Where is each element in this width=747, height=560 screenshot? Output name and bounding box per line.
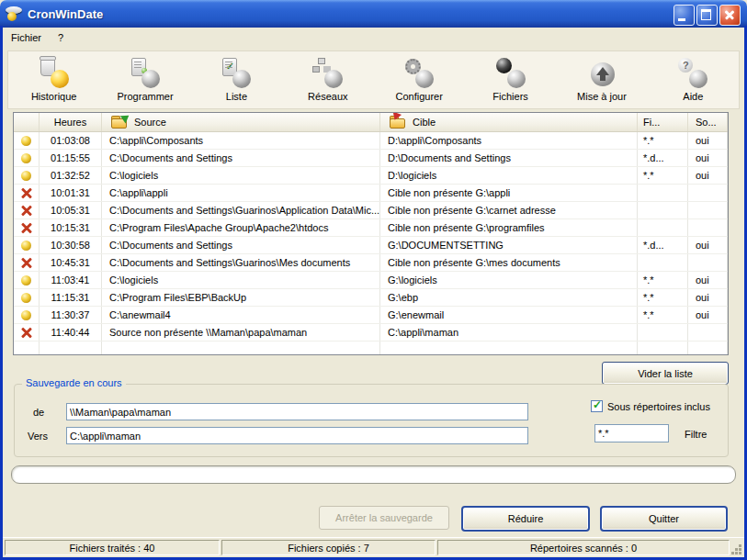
- minimize-icon: [678, 18, 685, 21]
- stop-backup-button[interactable]: Arrêter la sauvegarde: [319, 506, 449, 530]
- backup-list: HeuresSourceCibleFi...So... 01:03:08C:\a…: [13, 112, 729, 355]
- cell-cible: Cible non présente G:\appli: [380, 185, 638, 201]
- status-error-icon: [20, 327, 33, 339]
- statusbar-panel-1: Fichiers copiés : 7: [221, 540, 436, 555]
- configure-icon: [402, 58, 436, 88]
- table-row[interactable]: 11:15:31C:\Program Files\EBP\BackUpG:\eb…: [14, 289, 728, 307]
- toolbar-button-aide[interactable]: ?Aide: [651, 58, 735, 102]
- column-header-label: Cible: [413, 117, 436, 128]
- cell-sous: oui: [688, 307, 728, 323]
- cell-status: [14, 185, 40, 201]
- toolbar-button-programmer[interactable]: Programmer: [103, 58, 187, 102]
- cell-filtre: [638, 254, 688, 271]
- to-label: Vers: [28, 431, 48, 442]
- status-bar: Fichiers traités : 40Fichiers copiés : 7…: [3, 537, 744, 557]
- table-row[interactable]: 01:03:08C:\appli\ComposantsD:\appli\Comp…: [14, 132, 728, 150]
- toolbar-button-label: Réseaux: [308, 91, 347, 102]
- toolbar-button-label: Configurer: [396, 91, 443, 102]
- progress-bar: [11, 465, 736, 484]
- status-ok-icon: [21, 275, 31, 286]
- filter-field[interactable]: [594, 424, 669, 442]
- cell-sous: oui: [688, 289, 728, 306]
- backup-groupbox: Sauvegarde en cours: [14, 384, 729, 457]
- from-field[interactable]: [66, 403, 528, 420]
- column-header-label: Heures: [54, 117, 86, 128]
- column-header-label: So...: [696, 117, 717, 128]
- column-header-sous[interactable]: So...: [688, 113, 728, 131]
- cell-heures: 01:15:55: [40, 150, 102, 166]
- cell-sous: oui: [688, 272, 728, 288]
- cell-status: [14, 342, 40, 355]
- column-header-status[interactable]: [14, 113, 40, 131]
- cell-cible: Cible non présente G:\carnet adresse: [380, 202, 638, 218]
- menu-bar: Fichier?: [3, 28, 744, 48]
- clear-list-button[interactable]: Vider la liste: [602, 362, 729, 385]
- menu-item-help[interactable]: ?: [50, 29, 72, 46]
- toolbar-button-fichiers[interactable]: Fichiers: [469, 58, 553, 102]
- cell-filtre: *.*: [638, 132, 688, 149]
- cell-source: C:\logiciels: [102, 167, 380, 184]
- toolbar-button-r-seaux[interactable]: Réseaux: [286, 58, 370, 102]
- cell-filtre: [638, 342, 688, 355]
- cell-source: Source non présente \\Maman\papa\maman: [102, 324, 380, 341]
- network-icon: [311, 58, 345, 88]
- reduce-button[interactable]: Réduire: [461, 506, 590, 532]
- column-header-cible[interactable]: Cible: [380, 113, 638, 131]
- table-row[interactable]: 11:40:44Source non présente \\Maman\papa…: [14, 324, 728, 342]
- resize-grip-icon[interactable]: [730, 543, 742, 555]
- table-row[interactable]: 10:30:58C:\Documents and SettingsG:\DOCU…: [14, 237, 728, 254]
- table-row[interactable]: 10:01:31C:\appli\appliCible non présente…: [14, 185, 728, 202]
- update-icon: [584, 58, 619, 88]
- table-row[interactable]: 10:45:31C:\Documents and Settings\Guarin…: [14, 254, 728, 272]
- toolbar-button-label: Historique: [31, 91, 77, 102]
- minimize-button[interactable]: [673, 5, 695, 26]
- to-field[interactable]: [66, 427, 528, 444]
- list-icon: ✓: [219, 58, 254, 88]
- title-bar[interactable]: CronWinDate: [0, 0, 747, 28]
- table-body: 01:03:08C:\appli\ComposantsD:\appli\Comp…: [14, 132, 728, 355]
- table-row[interactable]: 01:15:55C:\Documents and SettingsD:\Docu…: [14, 150, 728, 167]
- cell-source: C:\Program Files\EBP\BackUp: [102, 289, 380, 306]
- quit-button[interactable]: Quitter: [600, 506, 728, 532]
- cell-filtre: [638, 185, 688, 201]
- cell-sous: [688, 342, 728, 355]
- cell-status: [14, 307, 40, 323]
- toolbar-button-configurer[interactable]: Configurer: [377, 58, 461, 102]
- cell-filtre: [638, 202, 688, 218]
- cell-source: C:\anewmail4: [102, 307, 380, 323]
- maximize-button[interactable]: [696, 5, 718, 26]
- table-row[interactable]: 01:32:52C:\logicielsD:\logiciels*.*oui: [14, 167, 728, 185]
- toolbar-button-historique[interactable]: Historique: [12, 58, 96, 102]
- cell-sous: oui: [688, 132, 728, 149]
- subdirs-checkbox-row[interactable]: Sous répertoires inclus: [591, 400, 710, 412]
- cell-source: C:\Documents and Settings\Guarinos\Mes d…: [102, 254, 380, 271]
- toolbar-button-liste[interactable]: ✓Liste: [194, 58, 278, 102]
- toolbar-button-mise-jour[interactable]: Mise à jour: [560, 58, 644, 102]
- cell-filtre: *.*: [638, 289, 688, 306]
- column-header-filtre[interactable]: Fi...: [638, 113, 688, 131]
- cell-sous: [688, 202, 728, 218]
- cell-status: [14, 132, 40, 149]
- toolbar-button-label: Fichiers: [492, 91, 528, 102]
- cell-status: [14, 289, 40, 306]
- menu-item-fichier[interactable]: Fichier: [3, 29, 50, 46]
- table-row[interactable]: 11:30:37C:\anewmail4G:\enewmail*.*oui: [14, 307, 728, 324]
- column-header-source[interactable]: Source: [102, 113, 380, 131]
- cell-heures: 11:15:31: [40, 289, 102, 306]
- close-button[interactable]: [719, 5, 741, 26]
- subdirs-checkbox[interactable]: [591, 400, 603, 412]
- cell-heures: 01:32:52: [40, 167, 102, 184]
- cell-filtre: *.d...: [638, 150, 688, 166]
- cell-status: [14, 202, 40, 218]
- table-row[interactable]: 10:15:31C:\Program Files\Apache Group\Ap…: [14, 219, 728, 237]
- cell-filtre: *.d...: [638, 237, 688, 253]
- status-ok-icon: [21, 171, 31, 181]
- table-row[interactable]: 10:05:31C:\Documents and Settings\Guarin…: [14, 202, 728, 219]
- status-error-icon: [20, 257, 33, 269]
- cell-heures: 10:01:31: [40, 185, 102, 201]
- table-row[interactable]: 11:03:41C:\logicielsG:\logiciels*.*oui: [14, 272, 728, 289]
- cell-sous: oui: [688, 237, 728, 253]
- column-header-heures[interactable]: Heures: [40, 113, 102, 131]
- column-header-label: Source: [134, 117, 166, 128]
- status-error-icon: [20, 222, 33, 234]
